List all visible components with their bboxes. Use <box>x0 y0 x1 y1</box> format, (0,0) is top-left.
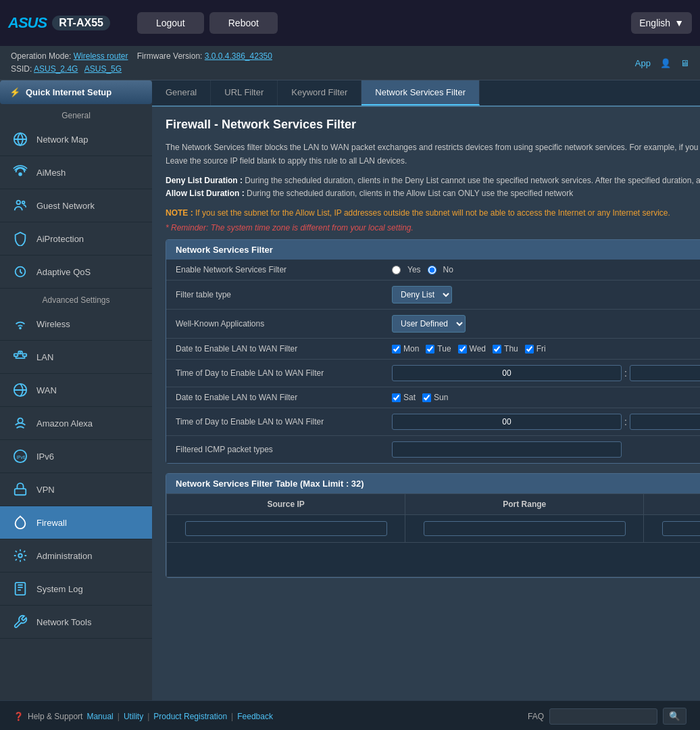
enable-no-label[interactable]: No <box>443 265 453 274</box>
sidebar-item-lan[interactable]: LAN <box>0 341 152 374</box>
footer-manual-link[interactable]: Manual <box>86 712 113 721</box>
sidebar-item-label: WAN <box>36 385 57 395</box>
sidebar-item-wan[interactable]: WAN <box>0 374 152 407</box>
filter-section: Network Services Filter Enable Network S… <box>166 239 700 464</box>
sidebar-item-label: Administration <box>36 551 92 561</box>
footer-feedback-link[interactable]: Feedback <box>237 712 273 721</box>
language-selector[interactable]: English ▼ <box>631 12 692 34</box>
time-start-m-input[interactable] <box>630 365 700 381</box>
top-center-buttons: Logout Reboot <box>137 12 278 34</box>
guest-network-icon <box>11 196 30 215</box>
time-weekend-group: : - : <box>392 414 700 430</box>
mon-checkbox[interactable] <box>392 345 401 354</box>
thu-checkbox[interactable] <box>493 345 501 354</box>
faq-search-input[interactable] <box>549 708 657 725</box>
tab-network-services-filter[interactable]: Network Services Filter <box>361 80 480 105</box>
svg-point-14 <box>18 554 22 558</box>
dest-ip-input[interactable] <box>662 521 700 536</box>
sidebar-item-label: LAN <box>36 352 53 362</box>
source-ip-input[interactable] <box>185 521 387 536</box>
allow-list-label: Allow List Duration : <box>166 189 245 198</box>
sidebar-item-amazon-alexa[interactable]: Amazon Alexa <box>0 407 152 440</box>
icmp-input[interactable] <box>392 441 622 458</box>
sidebar-item-ipv6[interactable]: IPv6 IPv6 <box>0 440 152 473</box>
firmware-value[interactable]: 3.0.0.4.386_42350 <box>205 51 272 61</box>
faq-search-button[interactable]: 🔍 <box>663 708 686 725</box>
note-label: NOTE : <box>166 208 193 218</box>
sidebar-item-firewall[interactable]: Firewall <box>0 506 152 539</box>
tue-checkbox[interactable] <box>426 345 434 354</box>
tab-general[interactable]: General <box>152 80 211 105</box>
sidebar-item-system-log[interactable]: System Log <box>0 573 152 606</box>
sat-checkbox[interactable] <box>392 393 401 402</box>
page-content: Firewall - Network Services Filter The N… <box>152 107 700 643</box>
date-weekday-control: Mon Tue Wed Thu Fri <box>392 344 546 354</box>
top-bar: ASUS RT-AX55 Logout Reboot English ▼ <box>0 0 700 46</box>
sidebar-item-guest-network[interactable]: Guest Network <box>0 189 152 222</box>
footer-product-reg-link[interactable]: Product Registration <box>153 712 227 721</box>
sidebar-item-label: Network Map <box>36 135 89 145</box>
wed-checkbox[interactable] <box>458 345 467 354</box>
enable-yes-radio[interactable] <box>392 266 401 274</box>
tue-label[interactable]: Tue <box>426 344 451 354</box>
app-link[interactable]: App <box>635 58 651 68</box>
logo-area: ASUS RT-AX55 <box>8 14 110 32</box>
tab-keyword-filter[interactable]: Keyword Filter <box>278 80 361 105</box>
no-data-cell: No data in table. <box>167 543 701 577</box>
sidebar-item-label: VPN <box>36 485 55 495</box>
svg-point-2 <box>17 201 21 205</box>
tab-url-filter[interactable]: URL Filter <box>211 80 278 105</box>
main-content: General URL Filter Keyword Filter Networ… <box>152 80 700 700</box>
reboot-button[interactable]: Reboot <box>209 12 278 34</box>
filter-table-type-select[interactable]: Deny List Allow List <box>392 286 452 303</box>
system-log-icon <box>11 579 30 598</box>
amazon-alexa-icon <box>11 414 30 433</box>
footer-utility-link[interactable]: Utility <box>124 712 143 721</box>
faq-label: FAQ <box>528 712 544 721</box>
logout-button[interactable]: Logout <box>137 12 204 34</box>
sidebar-item-label: Adaptive QoS <box>36 267 91 277</box>
page-title: Firewall - Network Services Filter <box>166 118 700 132</box>
wed-label[interactable]: Wed <box>458 344 486 354</box>
enable-yes-label[interactable]: Yes <box>407 265 421 274</box>
sidebar-item-aimesh[interactable]: AiMesh <box>0 156 152 189</box>
weekend-checkboxes: Sat Sun <box>392 393 448 402</box>
sidebar-item-network-map[interactable]: Network Map <box>0 123 152 156</box>
operation-mode-value[interactable]: Wireless router <box>74 51 128 61</box>
info-bar-right: App 👤 🖥 <box>635 58 689 68</box>
ssid-24g[interactable]: ASUS_2.4G <box>34 64 78 74</box>
port-range-1-input[interactable] <box>424 521 626 536</box>
cell-source-ip <box>167 515 405 543</box>
sidebar-item-network-tools[interactable]: Network Tools <box>0 606 152 639</box>
monitor-icon[interactable]: 🖥 <box>680 58 689 68</box>
date-weekend-label: Date to Enable LAN to WAN Filter <box>176 393 392 402</box>
sidebar-item-adaptive-qos[interactable]: Adaptive QoS <box>0 256 152 289</box>
time-wend-start-m-input[interactable] <box>630 414 700 430</box>
enable-no-radio[interactable] <box>428 266 436 274</box>
sidebar-item-administration[interactable]: Administration <box>0 539 152 573</box>
model-name: RT-AX55 <box>52 16 110 30</box>
sidebar-item-aiprotection[interactable]: AiProtection <box>0 222 152 256</box>
info-bar: Operation Mode: Wireless router Firmware… <box>0 46 700 80</box>
ipv6-icon: IPv6 <box>11 447 30 466</box>
svg-rect-13 <box>15 489 26 495</box>
time-wend-start-h-input[interactable] <box>392 414 622 430</box>
well-known-select[interactable]: User Defined HTTP HTTPS FTP <box>392 315 466 333</box>
vpn-icon <box>11 480 30 499</box>
time-start-h-input[interactable] <box>392 365 622 381</box>
thu-label[interactable]: Thu <box>493 344 518 354</box>
cell-port-range-1 <box>405 515 644 543</box>
sidebar-item-quick-internet[interactable]: ⚡ Quick Internet Setup <box>0 80 152 104</box>
fri-checkbox[interactable] <box>525 345 534 354</box>
sun-checkbox[interactable] <box>422 393 431 402</box>
sidebar-item-wireless[interactable]: Wireless <box>0 308 152 341</box>
sidebar-item-vpn[interactable]: VPN <box>0 473 152 506</box>
cell-dest-ip <box>644 515 700 543</box>
user-icon[interactable]: 👤 <box>660 58 671 68</box>
mon-label[interactable]: Mon <box>392 344 419 354</box>
sidebar-item-label: Wireless <box>36 319 70 329</box>
sun-label[interactable]: Sun <box>422 393 448 402</box>
fri-label[interactable]: Fri <box>525 344 546 354</box>
ssid-5g[interactable]: ASUS_5G <box>84 64 122 74</box>
sat-label[interactable]: Sat <box>392 393 416 402</box>
